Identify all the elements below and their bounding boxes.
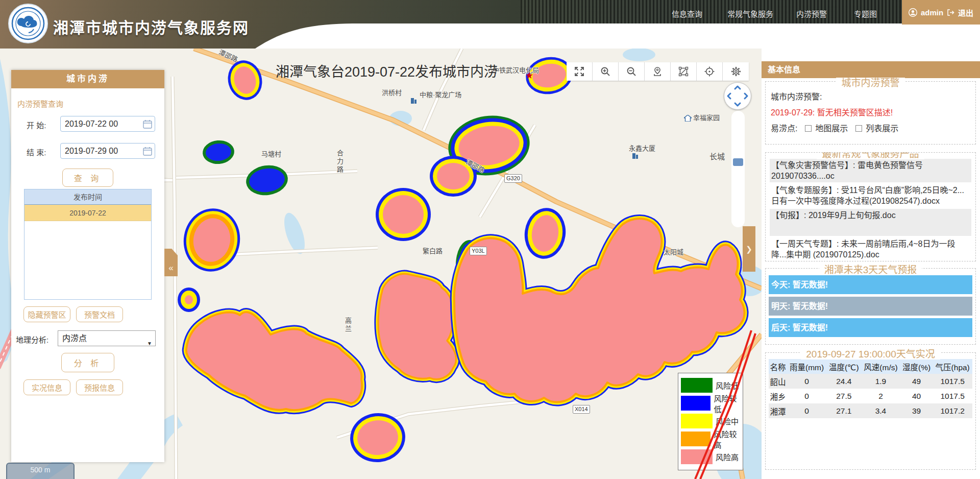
map-label-fanbai: 繁白路: [423, 246, 443, 255]
warning-section: 城市内涝预警 城市内涝预警: 2019-07-29: 暂无相关预警区描述! 易涝…: [765, 81, 976, 145]
chevron-right-icon: ❯: [746, 245, 752, 254]
map-label-taiyang: 太阳城: [664, 247, 683, 256]
sidebar-panel: 城市内涝 内涝预警查询 开 始: 结 束: 查 询 发布时间 2019-07-2…: [11, 70, 164, 462]
building-icon: [410, 97, 416, 104]
cell: 0: [787, 389, 827, 403]
user-menu[interactable]: admin 退出: [902, 0, 980, 25]
map-label-matang: 马塘村: [261, 149, 281, 158]
calendar-icon[interactable]: [143, 147, 152, 156]
map-scrollbar[interactable]: [731, 111, 745, 227]
start-date-row: 开 始:: [11, 116, 164, 132]
map-toolbar: [567, 62, 749, 81]
col-header: 名称: [769, 359, 787, 374]
product-link[interactable]: 【气象灾害预警信号】: 雷电黄色预警信号2019070336....oc: [770, 159, 971, 182]
end-date-label: 结 束:: [27, 147, 46, 157]
cell: 49: [900, 374, 933, 389]
meteorology-logo-icon: [11, 7, 45, 40]
nav-thematic-map[interactable]: 专题图: [854, 8, 877, 19]
cell: 1017.5: [933, 389, 972, 403]
nav-waterlogging-warning[interactable]: 内涝预警: [796, 8, 827, 19]
result-row[interactable]: 2019-07-22: [24, 205, 151, 221]
cell: 27.5: [826, 389, 861, 403]
warning-section-legend: 城市内涝预警: [836, 78, 904, 88]
forecast-row-tomorrow: 明天: 暂无数据!: [769, 297, 972, 316]
live-weather-section: 2019-09-27 19:00:00天气实况 名称 雨量(mm) 温度(℃) …: [765, 352, 976, 470]
map-label-helilu: 合力路: [335, 150, 345, 174]
table-row: 湘乡 0 27.5 2 40 1017.5: [769, 389, 972, 403]
cell: 40: [900, 389, 933, 403]
star-icon: [526, 72, 533, 79]
result-list: 发布时间 2019-07-22: [24, 189, 152, 300]
cell: 1017.2: [933, 403, 972, 418]
site-title: 湘潭市城市内涝气象服务网: [53, 15, 249, 38]
product-link[interactable]: 【气象专题服务】: 受11号台风“白鹿”影响,25日晚~2...日有一次中等强度…: [770, 184, 971, 207]
map-label-gaolan: 高兰: [343, 317, 353, 333]
cell: 湘潭: [769, 403, 787, 418]
fullscreen-button[interactable]: [567, 62, 593, 81]
site-logo: [8, 4, 48, 43]
target-icon: [704, 66, 715, 77]
settings-button[interactable]: [723, 62, 749, 81]
warning-document-button[interactable]: 预警文档: [76, 306, 123, 322]
col-header: 雨量(mm): [787, 359, 827, 374]
live-weather-legend: 2019-09-27 19:00:00天气实况: [801, 349, 940, 360]
nav-info-query[interactable]: 信息查询: [672, 8, 702, 19]
legend-item: 风险中: [681, 412, 743, 430]
analyze-button[interactable]: 分 析: [61, 353, 114, 372]
end-date-row: 结 束:: [11, 143, 164, 159]
legend-item: 风险较高: [681, 430, 743, 448]
legend-swatch: [681, 378, 713, 393]
legend-swatch: [681, 396, 710, 411]
live-info-button[interactable]: 实况信息: [23, 379, 70, 395]
building-icon: [632, 152, 638, 159]
right-panel-toggle[interactable]: ❯: [743, 226, 755, 272]
col-header: 气压(hpa): [933, 359, 972, 374]
forecast-info-button[interactable]: 预报信息: [76, 379, 123, 395]
cell: 0: [787, 374, 827, 389]
legend-swatch: [681, 432, 710, 446]
center-target-button[interactable]: [697, 62, 723, 81]
list-display-checkbox[interactable]: [855, 125, 862, 132]
start-date-input[interactable]: [60, 116, 155, 132]
legend-label: 风险高: [716, 451, 739, 462]
forecast-section: 湘潭未来3天天气预报 今天: 暂无数据! 明天: 暂无数据! 后天: 暂无数据!: [765, 268, 976, 345]
road-shield-x014: X014: [573, 405, 590, 414]
map-display-checkbox[interactable]: [805, 125, 812, 132]
cell: 0: [787, 403, 827, 418]
calendar-icon[interactable]: [143, 119, 152, 129]
zoom-out-button[interactable]: [619, 62, 645, 81]
pan-arrows-icon: [724, 83, 751, 109]
cell: 24.4: [826, 374, 861, 389]
products-section-legend: 最新常规气象服务产品: [817, 152, 924, 159]
geo-analysis-value: 内涝点: [62, 334, 87, 343]
hide-warning-zone-button[interactable]: 隐藏预警区: [23, 306, 70, 322]
table-row: 湘潭 0 27.1 3.4 39 1017.2: [769, 403, 972, 418]
logout-button[interactable]: 退出: [958, 7, 973, 18]
cell: 1.9: [861, 374, 900, 389]
product-link[interactable]: 【一周天气专题】: 未来一周前晴后雨,4~8日为一段降...集中期 (20190…: [770, 237, 971, 261]
road-shield-g320: G320: [504, 174, 522, 183]
zoom-out-icon: [626, 66, 636, 77]
info-panel: 基本信息 城市内涝预警 城市内涝预警: 2019-07-29: 暂无相关预警区描…: [762, 49, 980, 479]
risk-zones: [178, 54, 745, 465]
polygon-icon: [678, 66, 689, 77]
locate-marker-button[interactable]: [645, 62, 671, 81]
legend-item: 风险低: [681, 376, 743, 394]
query-button[interactable]: 查 询: [62, 169, 113, 187]
flood-points-label: 易涝点:: [771, 124, 797, 133]
map-pan-control[interactable]: [724, 82, 751, 110]
warning-description: 2019-07-29: 暂无相关预警区描述!: [771, 106, 970, 118]
nav-regular-weather-service[interactable]: 常规气象服务: [727, 8, 773, 19]
app: { "header": { "site_title": "湘潭市城市内涝气象服务…: [0, 0, 980, 479]
map-title: 湘潭气象台2019-07-22发布城市内涝: [276, 61, 498, 81]
scrollbar-thumb[interactable]: [733, 158, 743, 166]
draw-polygon-button[interactable]: [671, 62, 697, 81]
chevron-double-left-icon: «: [168, 263, 173, 273]
zoom-in-button[interactable]: [593, 62, 619, 81]
product-link[interactable]: 【旬报】: 2019年9月上旬旬报.doc: [770, 209, 971, 236]
list-display-label: 列表展示: [866, 124, 898, 133]
legend-item: 风险较低: [681, 394, 743, 412]
end-date-input[interactable]: [60, 143, 155, 159]
geo-analysis-select[interactable]: 内涝点 ▼: [58, 330, 156, 346]
map-display-label: 地图展示: [815, 124, 848, 133]
